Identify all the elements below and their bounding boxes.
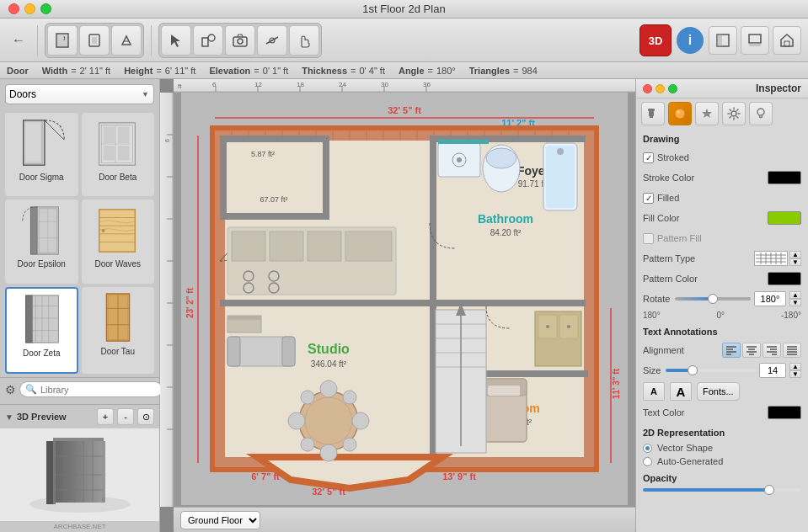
svg-point-156: [301, 391, 314, 404]
tab-star[interactable]: [695, 102, 719, 125]
sidebar-item-door-waves[interactable]: Door Waves: [82, 200, 155, 283]
align-justify-button[interactable]: [783, 343, 801, 358]
fill-color-swatch[interactable]: [768, 211, 801, 225]
svg-rect-196: [232, 231, 265, 261]
zoom-in-button[interactable]: +: [97, 408, 114, 425]
vector-shape-radio[interactable]: [643, 444, 652, 453]
text-annotations-section: Text Annotations Alignment: [643, 327, 801, 421]
3d-view-button[interactable]: 3D: [639, 24, 672, 56]
inspector-tl-yellow[interactable]: [655, 84, 665, 93]
sidebar-item-door-zeta[interactable]: Door Zeta: [5, 287, 78, 374]
stroke-color-swatch[interactable]: [768, 171, 801, 184]
maximize-button[interactable]: [40, 3, 51, 14]
floor-select[interactable]: Ground Floor: [180, 511, 260, 529]
canvas-area[interactable]: ft 6 12 18 24 30 36 6: [160, 79, 635, 532]
filled-checkbox[interactable]: [643, 193, 654, 204]
search-bar[interactable]: 🔍: [19, 381, 163, 397]
category-dropdown[interactable]: Doors: [5, 84, 154, 104]
rotate-value-input[interactable]: [754, 291, 786, 306]
back-button[interactable]: ←: [7, 29, 30, 52]
floor-select-wrap[interactable]: Ground Floor: [180, 511, 260, 529]
sidebar-item-door-sigma[interactable]: Door Sigma: [5, 113, 78, 196]
fonts-button[interactable]: Fonts...: [697, 382, 740, 401]
close-button[interactable]: [8, 3, 19, 14]
info-button[interactable]: i: [677, 27, 704, 54]
pattern-type-swatch[interactable]: [754, 251, 788, 266]
size-up[interactable]: ▲: [789, 363, 801, 370]
tab-bulb[interactable]: [749, 102, 773, 125]
sidebar-bottom: ⚙ 🔍: [0, 377, 159, 404]
status-triangles: Triangles = 984: [469, 66, 538, 76]
alignment-row: Alignment: [643, 342, 801, 359]
pattern-color-swatch[interactable]: [768, 272, 801, 285]
minimize-button[interactable]: [24, 3, 35, 14]
stroked-label: Stroked: [657, 152, 689, 162]
settings-button[interactable]: ⚙: [5, 383, 16, 396]
window-btn-1[interactable]: [709, 26, 737, 55]
svg-rect-186: [227, 316, 261, 320]
rotate-up[interactable]: ▲: [789, 291, 801, 299]
pattern-type-control[interactable]: ▲ ▼: [754, 251, 801, 266]
tool-door-btn[interactable]: [47, 25, 78, 56]
rotate-down[interactable]: ▼: [789, 299, 801, 306]
font-small-button[interactable]: A: [643, 382, 665, 401]
align-right-button[interactable]: [763, 343, 781, 358]
svg-text:84.20 ft²: 84.20 ft²: [490, 228, 522, 237]
svg-rect-44: [32, 295, 58, 343]
size-value-input[interactable]: [759, 363, 786, 378]
tool-move-btn[interactable]: [79, 25, 110, 56]
auto-generated-radio[interactable]: [643, 457, 652, 466]
rotate-slider[interactable]: [675, 297, 751, 301]
toolbar-separator-2: [151, 25, 152, 56]
svg-point-211: [757, 109, 764, 115]
category-select[interactable]: Doors: [5, 84, 154, 104]
size-down[interactable]: ▼: [789, 370, 801, 378]
drawing-section: Drawing Stroked Stroke Color: [643, 134, 801, 320]
left-sidebar: Doors Door Sigma: [0, 79, 160, 532]
tab-gear[interactable]: [722, 102, 746, 125]
door-beta-label: Door Beta: [99, 173, 136, 182]
search-input[interactable]: [40, 385, 157, 395]
tab-sphere[interactable]: [668, 102, 692, 125]
door-sigma-preview: [16, 116, 67, 171]
opacity-slider[interactable]: [643, 488, 801, 492]
door-beta-preview: [93, 116, 143, 171]
tool-select-btn[interactable]: [161, 25, 191, 56]
inspector-title: Inspector: [756, 82, 801, 94]
tool-camera-btn[interactable]: [225, 25, 255, 56]
door-tool-icon: [53, 31, 72, 50]
inspector-tl-red[interactable]: [643, 84, 652, 93]
svg-rect-1: [57, 35, 67, 46]
opacity-slider-thumb[interactable]: [764, 485, 774, 495]
pattern-icon: [756, 253, 786, 264]
inspector-tl-green[interactable]: [668, 84, 677, 93]
preview-header[interactable]: ▼ 3D Preview + - ⊙: [0, 405, 159, 428]
pattern-type-down[interactable]: ▼: [789, 258, 801, 266]
sidebar-item-door-tau[interactable]: Door Tau: [82, 287, 155, 374]
canvas-inner[interactable]: 32' 5" ft 11' 2" ft: [174, 93, 635, 507]
align-center-button[interactable]: [742, 343, 761, 358]
font-large-button[interactable]: A: [670, 382, 692, 401]
rotate-slider-thumb[interactable]: [708, 294, 718, 304]
svg-text:6' 7" ft: 6' 7" ft: [251, 471, 280, 481]
sidebar-item-door-beta[interactable]: Door Beta: [82, 113, 155, 196]
pattern-type-up[interactable]: ▲: [789, 251, 801, 258]
tool-hand-btn[interactable]: [289, 25, 319, 56]
zoom-out-button[interactable]: -: [117, 408, 134, 425]
size-slider-thumb[interactable]: [688, 365, 698, 375]
pattern-fill-checkbox[interactable]: [643, 233, 654, 244]
align-left-button[interactable]: [722, 343, 741, 358]
text-color-swatch[interactable]: [768, 406, 801, 419]
size-slider[interactable]: [666, 369, 756, 372]
traffic-lights: [8, 3, 51, 14]
zoom-reset-button[interactable]: ⊙: [137, 408, 154, 425]
window-btn-2[interactable]: [741, 26, 769, 55]
sidebar-item-door-epsilon[interactable]: Door Epsilon: [5, 200, 78, 283]
tool-shape-btn[interactable]: [193, 25, 223, 56]
tool-draw-btn[interactable]: [111, 25, 142, 56]
home-button[interactable]: [773, 26, 801, 55]
tab-brush[interactable]: [641, 102, 665, 125]
svg-point-167: [557, 148, 564, 155]
stroked-checkbox[interactable]: [643, 152, 654, 163]
tool-measure-btn[interactable]: [257, 25, 287, 56]
